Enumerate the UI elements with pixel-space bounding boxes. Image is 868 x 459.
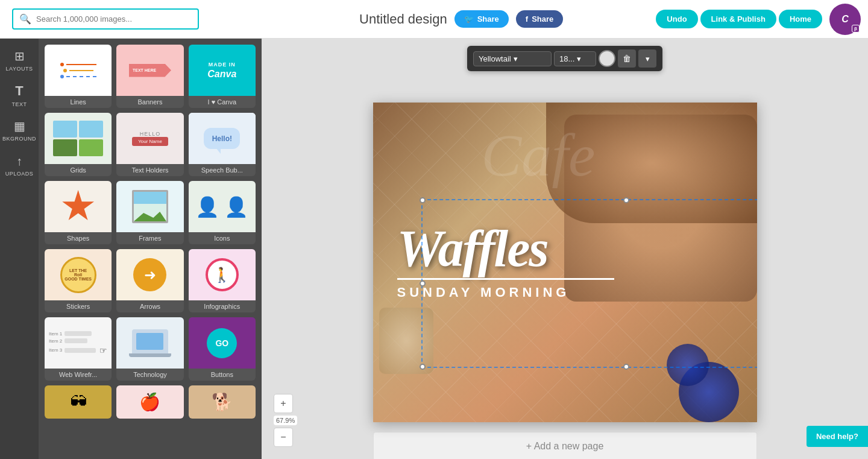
- panel-item-lines[interactable]: Lines: [45, 45, 112, 108]
- partial-apple-thumb[interactable]: 🍎: [116, 385, 183, 419]
- twitter-icon: 🐦: [464, 14, 474, 24]
- technology-label: Technology: [132, 369, 168, 381]
- canvas-area: Yellowtail ▾ 18... ▾ 🗑 ▾: [262, 39, 868, 459]
- layouts-icon: ⊞: [14, 49, 25, 63]
- partial-row: 🕶 🍎 🐕: [45, 385, 256, 419]
- sidebar-item-layouts[interactable]: ⊞ LAYOUTS: [2, 43, 36, 77]
- zoom-in-button[interactable]: +: [274, 394, 293, 413]
- speechbub-label: Speech Bub...: [200, 164, 244, 176]
- font-size-label: 18...: [559, 54, 574, 63]
- webwireframe-label: Web Wirefr...: [58, 369, 98, 381]
- icons-label: Icons: [213, 232, 231, 244]
- arrows-thumb: ➜: [116, 249, 183, 300]
- search-input[interactable]: [36, 14, 192, 24]
- design-title: Untitled design: [359, 11, 447, 27]
- design-canvas[interactable]: Cafe Waffles SUNDAY MORNING: [373, 103, 757, 422]
- shapes-thumb: [45, 181, 112, 232]
- webwireframe-thumb: Item 1 Item 2 Item 3☞: [45, 317, 112, 369]
- panel-item-infographics[interactable]: 🚶 Infographics: [189, 249, 256, 312]
- waffles-text: Waffles: [397, 224, 548, 274]
- sidebar-item-text[interactable]: T TEXT: [2, 78, 36, 112]
- canvas-text-area: Waffles SUNDAY MORNING: [373, 103, 757, 422]
- font-size-selector[interactable]: 18... ▾: [554, 51, 596, 66]
- zoom-controls: + 67.9% −: [274, 394, 297, 447]
- partial-glasses-thumb[interactable]: 🕶: [45, 385, 112, 419]
- sidebar-item-text-label: TEXT: [11, 101, 27, 107]
- textholders-label: Text Holders: [130, 164, 169, 176]
- sunday-morning-text: SUNDAY MORNING: [397, 285, 570, 300]
- technology-thumb: [116, 317, 183, 369]
- topbar-center: Untitled design 🐦 Share f Share: [266, 10, 656, 28]
- panel-item-stickers[interactable]: LET THERollGOOD TIMES Stickers: [45, 249, 112, 312]
- facebook-share-button[interactable]: f Share: [516, 10, 563, 28]
- font-name-label: Yellowtail: [479, 54, 511, 63]
- panel-item-banners[interactable]: TEXT HERE Banners: [116, 45, 183, 108]
- panel-grid: Lines TEXT HERE Banners: [45, 45, 256, 381]
- facebook-icon: f: [526, 14, 528, 24]
- panel-item-technology[interactable]: Technology: [116, 317, 183, 381]
- textholders-thumb: HELLO Your Name: [116, 113, 183, 164]
- undo-button[interactable]: Undo: [656, 10, 697, 28]
- canvas-toolbar: Yellowtail ▾ 18... ▾ 🗑 ▾: [467, 46, 662, 71]
- text-color-picker[interactable]: [599, 50, 615, 67]
- canva-thumb: MADE IN Canva: [189, 45, 256, 96]
- sidebar-item-background-label: BKGROUND: [2, 136, 36, 142]
- frames-thumb: [116, 181, 183, 232]
- topbar-right: Undo Link & Publish Home C β: [656, 4, 861, 35]
- panel-item-icons[interactable]: 👤 👤 Icons: [189, 181, 256, 244]
- topbar-left: 🔍: [7, 8, 266, 30]
- text-icon: T: [15, 83, 23, 99]
- shapes-label: Shapes: [66, 232, 90, 244]
- panel-item-canva[interactable]: MADE IN Canva I ♥ Canva: [189, 45, 256, 108]
- elements-panel: Lines TEXT HERE Banners: [39, 39, 262, 459]
- delete-button[interactable]: 🗑: [618, 49, 636, 68]
- lines-label: Lines: [69, 96, 87, 108]
- add-page-button[interactable]: + Add a new page: [373, 432, 757, 459]
- buttons-label: Buttons: [210, 369, 234, 381]
- zoom-out-button[interactable]: −: [274, 428, 293, 447]
- zoom-level-label: 67.9%: [274, 416, 297, 425]
- panel-item-webwireframe[interactable]: Item 1 Item 2 Item 3☞ Web Wirefr...: [45, 317, 112, 381]
- infographics-thumb: 🚶: [189, 249, 256, 300]
- canva-label: I ♥ Canva: [207, 96, 238, 108]
- search-box[interactable]: 🔍: [12, 8, 199, 30]
- panel-item-frames[interactable]: Frames: [116, 181, 183, 244]
- sidebar-item-background[interactable]: ▦ BKGROUND: [2, 113, 36, 147]
- sidebar-item-uploads[interactable]: ↑ UPLOADS: [2, 148, 36, 182]
- grids-label: Grids: [69, 164, 87, 176]
- font-selector[interactable]: Yellowtail ▾: [473, 51, 552, 66]
- canva-beta-badge: β: [852, 25, 860, 33]
- arrows-label: Arrows: [139, 300, 162, 312]
- more-options-button[interactable]: ▾: [638, 49, 656, 68]
- lines-thumb: [45, 45, 112, 96]
- stickers-label: Stickers: [65, 300, 91, 312]
- need-help-button[interactable]: Need help?: [807, 426, 868, 447]
- sidebar-item-uploads-label: UPLOADS: [5, 171, 34, 177]
- panel-item-buttons[interactable]: GO Buttons: [189, 317, 256, 381]
- panel-item-textholders[interactable]: HELLO Your Name Text Holders: [116, 113, 183, 176]
- uploads-icon: ↑: [16, 154, 22, 168]
- font-size-dropdown-icon: ▾: [577, 54, 581, 63]
- icons-thumb: 👤 👤: [189, 181, 256, 232]
- twitter-share-button[interactable]: 🐦 Share: [454, 10, 509, 28]
- sidebar: ⊞ LAYOUTS T TEXT ▦ BKGROUND ↑ UPLOADS: [0, 39, 39, 459]
- banners-label: Banners: [137, 96, 164, 108]
- more-icon: ▾: [646, 54, 650, 63]
- panel-item-speechbub[interactable]: Hello! Speech Bub...: [189, 113, 256, 176]
- canvas-wrapper: Cafe Waffles SUNDAY MORNING: [373, 103, 757, 459]
- panel-item-grids[interactable]: Grids: [45, 113, 112, 176]
- stickers-thumb: LET THERollGOOD TIMES: [45, 249, 112, 300]
- panel-item-arrows[interactable]: ➜ Arrows: [116, 249, 183, 312]
- search-icon: 🔍: [19, 13, 31, 25]
- topbar: 🔍 Untitled design 🐦 Share f Share Undo L…: [0, 0, 868, 39]
- speechbub-thumb: Hello!: [189, 113, 256, 164]
- frames-label: Frames: [137, 232, 162, 244]
- link-publish-button[interactable]: Link & Publish: [700, 10, 776, 28]
- trash-icon: 🗑: [623, 54, 631, 63]
- font-dropdown-icon: ▾: [514, 54, 518, 63]
- buttons-thumb: GO: [189, 317, 256, 369]
- home-button[interactable]: Home: [779, 10, 822, 28]
- partial-dog-thumb[interactable]: 🐕: [189, 385, 256, 419]
- canva-logo[interactable]: C β: [829, 4, 861, 35]
- panel-item-shapes[interactable]: Shapes: [45, 181, 112, 244]
